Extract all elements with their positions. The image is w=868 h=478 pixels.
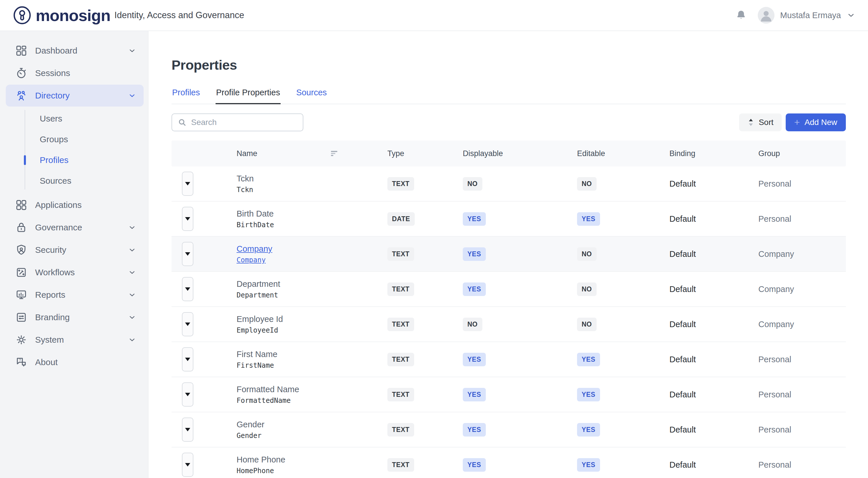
sidebar: DashboardSessionsDirectoryUsersGroupsPro… [0, 31, 149, 478]
editable-badge: YES [577, 423, 600, 437]
group-value: Company [758, 320, 794, 329]
chevron-down-icon [128, 246, 136, 254]
chevron-down-icon [128, 268, 136, 276]
brand-logo[interactable]: monosign [13, 6, 111, 25]
main-content: Properties ProfilesProfile PropertiesSou… [149, 31, 868, 478]
sidebar-item-groups[interactable]: Groups [0, 129, 148, 150]
type-badge: TEXT [388, 423, 414, 437]
tab-profiles[interactable]: Profiles [172, 88, 200, 104]
column-header-binding: Binding [670, 149, 758, 158]
sidebar-item-applications[interactable]: Applications [6, 194, 144, 216]
chevron-down-icon [128, 291, 136, 299]
search-input[interactable] [191, 118, 297, 127]
sidebar-item-label: Governance [35, 222, 82, 232]
add-new-button[interactable]: + Add New [786, 114, 846, 131]
sidebar-item-dashboard[interactable]: Dashboard [6, 40, 144, 62]
sidebar-item-label: Directory [35, 91, 70, 100]
chevron-down-icon [128, 47, 136, 55]
editable-badge: YES [577, 212, 600, 226]
property-display-name: Employee Id [237, 315, 388, 324]
tagline: Identity, Access and Governance [115, 10, 244, 21]
sort-bars-icon[interactable] [331, 150, 363, 157]
sidebar-item-branding[interactable]: Branding [6, 306, 144, 328]
displayable-badge: NO [463, 177, 482, 190]
reports-icon [15, 289, 28, 301]
row-actions-dropdown[interactable] [182, 172, 193, 196]
property-display-name: Formatted Name [237, 385, 388, 394]
property-name: GenderGender [237, 420, 388, 440]
type-badge: TEXT [388, 388, 414, 401]
row-actions-dropdown[interactable] [182, 453, 193, 477]
caret-down-icon [185, 323, 190, 326]
sidebar-item-sessions[interactable]: Sessions [6, 62, 144, 84]
property-name: Employee IdEmployeeId [237, 315, 388, 334]
sidebar-item-label: Security [35, 245, 66, 255]
row-actions-dropdown[interactable] [182, 312, 193, 336]
table-row: First NameFirstNameTEXTYESYESDefaultPers… [172, 342, 846, 377]
editable-badge: YES [577, 353, 600, 366]
dashboard-icon [15, 44, 28, 57]
type-badge: TEXT [388, 177, 414, 190]
tab-bar: ProfilesProfile PropertiesSources [172, 88, 846, 104]
row-actions-dropdown[interactable] [182, 277, 193, 301]
row-actions-dropdown[interactable] [182, 418, 193, 442]
table-row: Employee IdEmployeeIdTEXTNONODefaultComp… [172, 307, 846, 342]
row-actions-dropdown[interactable] [182, 347, 193, 371]
property-display-name: Department [237, 279, 388, 289]
row-actions-dropdown[interactable] [182, 382, 193, 407]
bell-icon[interactable] [735, 9, 747, 21]
avatar [758, 7, 774, 24]
directory-icon [15, 89, 28, 102]
user-name: Mustafa Ermaya [780, 11, 841, 20]
row-actions-dropdown[interactable] [182, 207, 193, 231]
sidebar-item-system[interactable]: System [6, 329, 144, 351]
table-row: GenderGenderTEXTYESYESDefaultPersonal [172, 412, 846, 447]
column-header-displayable: Displayable [463, 149, 577, 158]
chevron-down-icon [128, 336, 136, 344]
tab-profile-properties[interactable]: Profile Properties [216, 88, 281, 104]
sidebar-item-sources[interactable]: Sources [0, 171, 148, 191]
binding-value: Default [670, 390, 696, 399]
property-key[interactable]: Company [237, 256, 388, 264]
type-badge: TEXT [388, 458, 414, 472]
binding-value: Default [670, 355, 696, 364]
sidebar-item-governance[interactable]: Governance [6, 216, 144, 238]
column-header-group: Group [758, 149, 846, 158]
row-actions-dropdown[interactable] [182, 242, 193, 266]
sidebar-item-reports[interactable]: Reports [6, 284, 144, 306]
sidebar-item-about[interactable]: ?About [6, 351, 144, 373]
sidebar-item-label: Sessions [35, 68, 70, 78]
toolbar: Sort + Add New [172, 114, 846, 131]
user-menu[interactable]: Mustafa Ermaya [758, 7, 855, 24]
sidebar-item-directory[interactable]: Directory [6, 85, 144, 107]
about-icon: ? [15, 356, 28, 368]
sidebar-item-label: Reports [35, 290, 65, 300]
property-key: Tckn [237, 186, 388, 194]
caret-down-icon [185, 463, 190, 467]
sidebar-item-label: Branding [35, 312, 70, 322]
sidebar-item-workflows[interactable]: Workflows [6, 262, 144, 283]
property-key: FirstName [237, 361, 388, 369]
binding-value: Default [670, 460, 696, 469]
sidebar-item-users[interactable]: Users [0, 108, 148, 129]
property-key: HomePhone [237, 467, 388, 475]
binding-value: Default [670, 285, 696, 294]
applications-icon [15, 199, 28, 211]
logo-text: monosign [36, 6, 111, 25]
sidebar-item-security[interactable]: Security [6, 239, 144, 261]
tab-sources[interactable]: Sources [296, 88, 327, 104]
property-key: FormattedName [237, 396, 388, 405]
displayable-badge: YES [463, 458, 486, 472]
property-display-name[interactable]: Company [237, 244, 388, 254]
type-badge: TEXT [388, 282, 414, 296]
property-name-link[interactable]: CompanyCompany [237, 244, 388, 264]
sort-button[interactable]: Sort [739, 114, 781, 131]
editable-badge: NO [577, 318, 597, 331]
type-badge: TEXT [388, 353, 414, 366]
group-value: Personal [758, 425, 791, 434]
sidebar-item-label: Dashboard [35, 46, 78, 56]
table-row: TcknTcknTEXTNONODefaultPersonal [172, 167, 846, 202]
sidebar-item-profiles[interactable]: Profiles [0, 150, 148, 171]
svg-text:?: ? [19, 358, 21, 362]
property-key: Department [237, 291, 388, 299]
